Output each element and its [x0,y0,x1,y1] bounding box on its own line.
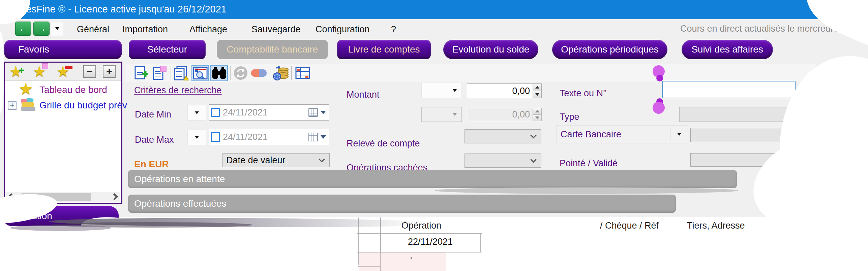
smear-artifact [435,187,738,194]
folder-icon [21,98,37,112]
menu-affichage[interactable]: Affichage [189,22,227,36]
new-operation-icon[interactable] [133,65,150,81]
date-max-operator-dropdown[interactable] [187,130,206,145]
grid-view-icon[interactable] [295,65,311,81]
clear-eraser-icon[interactable] [251,65,267,81]
table-gridline [480,234,481,252]
calendar-icon[interactable] [308,108,318,117]
column-header-tiers-adresse[interactable]: Tiers, Adresse [687,219,745,232]
toolbar-separator [230,66,231,80]
spin-up-icon [535,110,539,112]
hidden-ops-select[interactable] [465,154,541,168]
spin-down-icon[interactable] [535,93,539,96]
date-max-checkbox[interactable] [211,132,220,142]
carte-bancaire-dropdown[interactable]: Carte Bancaire [556,125,688,143]
star-icon: ★ [19,81,33,97]
tree-item-tableau-de-bord[interactable]: ★ Tableau de bord [19,82,120,98]
tree-item-grille-budget[interactable]: + Grille du budget prév [8,98,122,113]
table-dot-artifact [411,257,412,259]
dropdown-separator [670,128,670,141]
nav-livre-de-comptes-button[interactable]: Livre de comptes [337,40,431,59]
menu-importation[interactable]: Importation [122,22,168,36]
chevron-down-icon [677,133,681,136]
text-search-input[interactable] [662,81,796,98]
operations-toolbar [125,64,816,82]
section-operations-en-attente[interactable]: Opérations en attente [128,170,737,188]
date-min-label: Date Min [135,109,171,120]
online-rates-icon[interactable] [273,65,289,81]
menu-sauvegarde[interactable]: Sauvegarde [251,22,301,36]
montant-label: Montant [347,90,380,100]
section-label: Opérations en attente [134,174,225,184]
expand-all-button[interactable]: + [103,65,116,78]
date-mode-value: Date de valeur [223,154,329,167]
table-row-date[interactable]: 22/11/2021 [380,237,480,247]
tree-item-label: Grille du budget prév [39,98,127,113]
nav-history-dropdown[interactable] [51,22,63,36]
spinner-buttons[interactable] [533,84,541,98]
releve-de-compte-label: Relevé de compte [347,138,420,149]
amount2-value: 0,00 [467,108,533,121]
pointe-valide-label: Pointé / Validé [560,158,618,169]
currency-label: En EUR [134,159,169,170]
releve-select[interactable] [465,129,541,143]
column-header-cheque-ref[interactable]: / Chèque / Réf [600,219,659,232]
date-min-field[interactable]: 24/11/2021 [209,104,329,121]
scroll-right-icon[interactable] [111,193,118,200]
section-operations-effectuees[interactable]: Opérations effectuées [128,195,676,213]
duplicate-operation-icon[interactable] [173,65,189,81]
remove-favorite-star-icon[interactable]: ★ [56,63,69,79]
chevron-down-icon[interactable] [321,111,326,114]
amount-spinner[interactable]: 0,00 [467,83,542,98]
tree-item-label: Tableau de bord [39,82,107,98]
menu-general[interactable]: Général [77,22,109,36]
criteres-de-recherche-link[interactable]: Critères de recherche [134,85,222,96]
date-max-label: Date Max [135,135,174,145]
favorites-toolbar: ★+ ★ ★ − + [5,63,121,81]
edit-favorite-star-icon[interactable]: ★ [33,63,46,79]
toolbar-separator [291,66,292,80]
amount2-operator-dropdown [421,107,462,122]
nav-operations-periodiques-button[interactable]: Opérations périodiques [552,40,667,59]
favorites-panel: ★+ ★ ★ − + ★ Tableau de bord + Grille du… [4,62,122,204]
amount-value[interactable]: 0,00 [467,84,533,98]
chevron-down-icon [195,111,199,114]
date-min-operator-dropdown[interactable] [187,105,206,121]
spin-up-icon[interactable] [535,86,539,89]
spin-down-icon [535,116,539,119]
nav-favoris-button[interactable]: Favoris [4,40,122,59]
date-mode-select[interactable]: Date de valeur [222,153,330,167]
selection-handle-bottom-icon[interactable] [653,102,665,114]
back-arrow-icon[interactable]: ← [15,22,31,36]
calendar-icon[interactable] [308,133,318,141]
carte-bancaire-value: Carte Bancaire [557,129,670,140]
section-label: Opérations effectuées [134,198,226,209]
nav-suivi-des-affaires-button[interactable]: Suivi des affaires [682,40,773,59]
date-max-field[interactable]: 24/11/2021 [209,129,329,145]
menu-configuration[interactable]: Configuration [316,22,370,36]
chevron-down-icon [453,113,457,116]
toolbar-separator [171,66,171,80]
chevron-down-icon [530,157,536,163]
amount-operator-dropdown[interactable] [421,83,462,98]
collapse-all-button[interactable]: − [83,65,96,78]
date-min-value[interactable]: 24/11/2021 [223,107,308,118]
chevron-down-icon [55,27,59,30]
chevron-down-icon[interactable] [321,135,326,139]
menu-help[interactable]: ? [391,22,396,36]
date-min-checkbox[interactable] [211,108,220,117]
type-label: Type [560,112,579,122]
nav-selecteur-button[interactable]: Sélecteur [129,40,206,59]
nav-evolution-du-solde-button[interactable]: Evolution du solde [443,40,538,59]
add-favorite-star-icon[interactable]: ★+ [9,63,22,79]
nav-comptabilite-bancaire-button: Comptabilité bancaire [217,40,328,59]
preview-search-icon[interactable] [191,65,209,81]
forward-arrow-icon[interactable]: → [33,22,50,36]
toolbar-separator [270,66,270,80]
edit-operation-icon[interactable] [152,65,168,81]
date-max-value[interactable]: 24/11/2021 [223,132,308,142]
table-gridline [357,233,482,234]
find-binoculars-icon[interactable] [210,65,228,81]
texte-ou-n-label: Texte ou N° [560,88,607,99]
expand-node-icon[interactable]: + [8,101,17,110]
